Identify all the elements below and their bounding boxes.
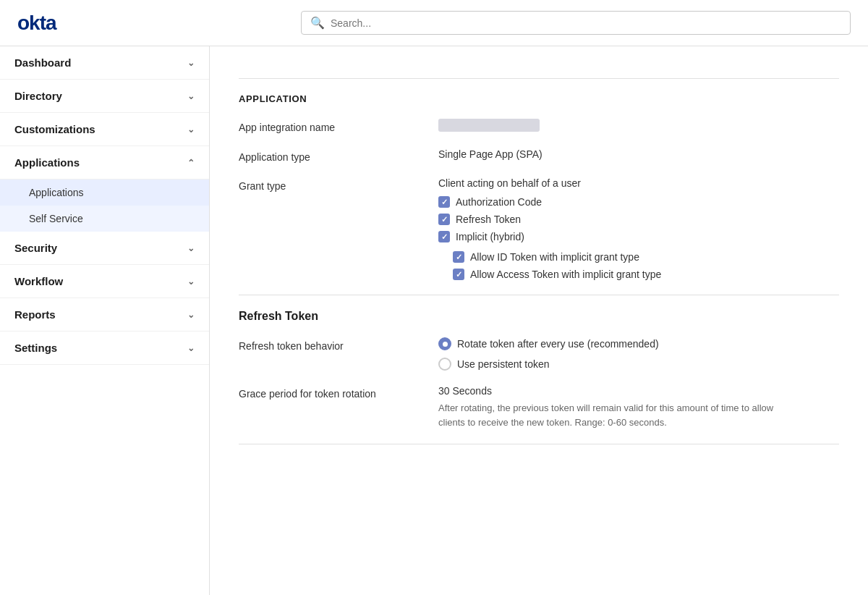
refresh-token-behavior-value: Rotate token after every use (recommende… xyxy=(438,337,839,371)
sidebar-item-security[interactable]: Security ⌄ xyxy=(0,232,209,265)
app-integration-name-row: App integration name xyxy=(239,119,839,134)
checkbox-refresh-token-label: Refresh Token xyxy=(456,214,521,225)
refresh-token-section-title: Refresh Token xyxy=(239,310,839,323)
app-integration-name-label: App integration name xyxy=(239,119,427,133)
radio-persistent-label: Use persistent token xyxy=(457,358,550,370)
sidebar-item-workflow[interactable]: Workflow ⌄ xyxy=(0,265,209,298)
application-section: APPLICATION App integration name Applica… xyxy=(239,93,839,280)
radio-persistent-input[interactable] xyxy=(438,358,451,371)
grant-type-checkboxes: Authorization Code Refresh Token Implici… xyxy=(438,196,839,242)
sidebar-item-settings[interactable]: Settings ⌄ xyxy=(0,332,209,365)
chevron-down-icon: ⌄ xyxy=(187,58,195,68)
okta-logo: okta xyxy=(17,12,56,35)
grace-period-row: Grace period for token rotation 30 Secon… xyxy=(239,385,839,429)
grace-period-seconds: 30 Seconds xyxy=(438,385,839,397)
main-layout: Dashboard ⌄ Directory ⌄ Customizations ⌄… xyxy=(0,46,868,595)
top-divider xyxy=(239,78,839,79)
chevron-down-icon: ⌄ xyxy=(187,310,195,320)
mid-divider xyxy=(239,295,839,295)
radio-persistent[interactable]: Use persistent token xyxy=(438,358,839,371)
refresh-token-behavior-row: Refresh token behavior Rotate token afte… xyxy=(239,337,839,371)
checkbox-allow-id-token-input[interactable] xyxy=(453,251,464,263)
sidebar-item-label: Settings xyxy=(14,342,57,354)
sidebar-sub-item-applications[interactable]: Applications xyxy=(0,180,209,206)
chevron-down-icon: ⌄ xyxy=(187,125,195,135)
radio-rotate-input[interactable] xyxy=(438,337,451,350)
sidebar-item-label: Customizations xyxy=(14,123,95,135)
checkbox-allow-id-token[interactable]: Allow ID Token with implicit grant type xyxy=(453,251,839,263)
grant-type-value: Client acting on behalf of a user Author… xyxy=(438,177,839,280)
checkbox-auth-code[interactable]: Authorization Code xyxy=(438,196,839,208)
checkbox-refresh-token[interactable]: Refresh Token xyxy=(438,214,839,225)
checkbox-allow-access-token-label: Allow Access Token with implicit grant t… xyxy=(470,269,661,280)
sidebar-sub-item-label: Applications xyxy=(29,187,84,198)
sidebar-item-label: Dashboard xyxy=(14,56,71,69)
sidebar-item-label: Reports xyxy=(14,308,56,321)
sidebar-item-label: Security xyxy=(14,242,57,254)
checkbox-auth-code-input[interactable] xyxy=(438,196,450,208)
checkbox-refresh-token-input[interactable] xyxy=(438,214,450,225)
checkbox-allow-access-token-input[interactable] xyxy=(453,269,464,280)
chevron-up-icon: ⌃ xyxy=(187,158,195,168)
app-header: okta 🔍 xyxy=(0,0,868,46)
sidebar-item-directory[interactable]: Directory ⌄ xyxy=(0,80,209,113)
search-icon: 🔍 xyxy=(310,16,325,30)
radio-rotate-label: Rotate token after every use (recommende… xyxy=(457,338,659,350)
radio-rotate[interactable]: Rotate token after every use (recommende… xyxy=(438,337,839,350)
sidebar-item-dashboard[interactable]: Dashboard ⌄ xyxy=(0,46,209,80)
grant-type-row: Grant type Client acting on behalf of a … xyxy=(239,177,839,280)
sidebar-sub-item-self-service[interactable]: Self Service xyxy=(0,206,209,232)
chevron-down-icon: ⌄ xyxy=(187,343,195,353)
grace-period-value: 30 Seconds After rotating, the previous … xyxy=(438,385,839,429)
chevron-down-icon: ⌄ xyxy=(187,243,195,253)
sidebar-item-label: Applications xyxy=(14,156,80,169)
chevron-down-icon: ⌄ xyxy=(187,91,195,101)
refresh-token-section: Refresh Token Refresh token behavior Rot… xyxy=(239,310,839,429)
radio-group: Rotate token after every use (recommende… xyxy=(438,337,839,371)
checkbox-allow-id-token-label: Allow ID Token with implicit grant type xyxy=(470,251,639,263)
search-bar[interactable]: 🔍 xyxy=(301,11,851,35)
checkbox-implicit[interactable]: Implicit (hybrid) xyxy=(438,231,839,242)
sidebar-item-reports[interactable]: Reports ⌄ xyxy=(0,298,209,332)
grace-period-desc: After rotating, the previous token will … xyxy=(438,401,786,429)
checkbox-auth-code-label: Authorization Code xyxy=(456,196,542,208)
sub-checkboxes: Allow ID Token with implicit grant type … xyxy=(453,251,839,280)
grace-period-label: Grace period for token rotation xyxy=(239,385,427,400)
bottom-divider xyxy=(239,444,839,444)
sidebar-item-customizations[interactable]: Customizations ⌄ xyxy=(0,113,209,146)
app-integration-name-value xyxy=(438,119,839,134)
application-section-title: APPLICATION xyxy=(239,93,839,104)
application-type-row: Application type Single Page App (SPA) xyxy=(239,148,839,163)
checkbox-implicit-input[interactable] xyxy=(438,231,450,242)
sidebar: Dashboard ⌄ Directory ⌄ Customizations ⌄… xyxy=(0,46,210,595)
main-content: APPLICATION App integration name Applica… xyxy=(210,46,868,595)
sidebar-item-label: Workflow xyxy=(14,275,63,287)
checkbox-implicit-label: Implicit (hybrid) xyxy=(456,231,524,242)
refresh-token-behavior-label: Refresh token behavior xyxy=(239,337,427,352)
sidebar-item-label: Directory xyxy=(14,90,62,102)
checkbox-allow-access-token[interactable]: Allow Access Token with implicit grant t… xyxy=(453,269,839,280)
chevron-down-icon: ⌄ xyxy=(187,277,195,287)
sidebar-item-applications[interactable]: Applications ⌃ xyxy=(0,146,209,180)
application-type-label: Application type xyxy=(239,148,427,163)
app-name-placeholder xyxy=(438,119,540,132)
search-input[interactable] xyxy=(331,17,841,29)
sidebar-sub-item-label: Self Service xyxy=(29,213,83,224)
application-type-value: Single Page App (SPA) xyxy=(438,148,839,160)
grant-type-label: Grant type xyxy=(239,177,427,192)
grant-type-header: Client acting on behalf of a user xyxy=(438,177,839,189)
